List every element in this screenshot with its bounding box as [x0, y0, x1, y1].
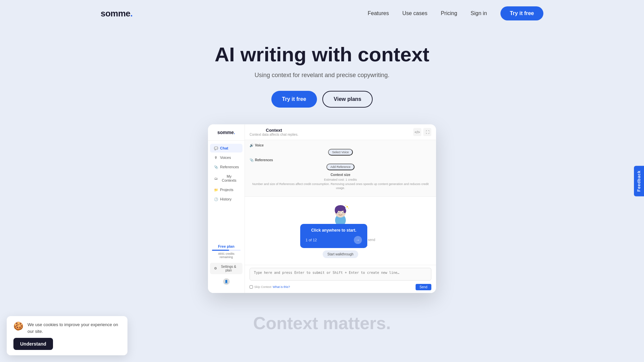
- sidebar-item-voices[interactable]: 🎙 Voices: [210, 153, 243, 162]
- start-walkthrough-button[interactable]: Start walkthrough: [323, 250, 358, 258]
- app-main-panel: Context Context data affects chat replie…: [245, 124, 436, 293]
- cookie-content: 🍪 We use cookies to improve your experie…: [13, 321, 121, 335]
- sidebar-user-avatar[interactable]: 👤: [223, 278, 230, 285]
- cookie-understand-button[interactable]: Understand: [13, 338, 53, 350]
- projects-icon: 📁: [214, 188, 218, 192]
- sidebar-logo: somme.: [208, 130, 245, 141]
- tooltip-next-button[interactable]: →: [354, 236, 362, 244]
- panel-title: Context: [250, 128, 298, 133]
- references-panel-icon: 📎: [250, 158, 254, 162]
- sidebar-item-chat[interactable]: 💬 Chat: [210, 144, 243, 153]
- cookie-emoji: 🍪: [13, 321, 23, 331]
- sidebar-item-history[interactable]: 🕐 History: [210, 195, 243, 203]
- references-label: 📎 References: [250, 158, 431, 162]
- tooltip-bubble[interactable]: Click anywhere to start. 1 of 12 →: [300, 224, 367, 248]
- chat-input-footer: Skip Context What is this? Send: [250, 284, 431, 290]
- plan-progress-bar: [212, 250, 240, 251]
- hero-section: AI writing with context Using context fo…: [0, 27, 644, 293]
- sidebar-plan: Free plan 4691 credits remaining: [208, 242, 245, 261]
- hero-buttons: Try it free View plans: [271, 91, 373, 108]
- hero-title: AI writing with context: [215, 44, 429, 66]
- logo-dot: .: [130, 8, 133, 18]
- skip-context-checkbox[interactable]: [250, 285, 253, 289]
- voice-label: 🔊 Voice: [250, 143, 431, 147]
- tooltip-footer: 1 of 12 →: [306, 236, 362, 244]
- tooltip-count: 1 of 12: [306, 238, 317, 242]
- skip-context-label: Skip Context What is this?: [250, 285, 290, 289]
- references-icon: 📎: [214, 165, 218, 169]
- voice-icon: 🔊: [250, 143, 254, 147]
- svg-point-9: [346, 206, 348, 207]
- logo[interactable]: somme.: [101, 8, 132, 19]
- context-size-label: Context size: [250, 173, 431, 177]
- nav-pricing[interactable]: Pricing: [441, 10, 457, 16]
- code-view-button[interactable]: </>: [413, 128, 421, 136]
- chat-input[interactable]: [250, 268, 431, 281]
- panel-actions: </> ⛶: [413, 128, 431, 136]
- plan-progress-fill: [212, 250, 229, 251]
- app-mockup: somme. 💬 Chat 🎙 Voices 📎 References 🗂 My…: [208, 124, 436, 293]
- sidebar-item-my-contexts[interactable]: 🗂 My Contexts: [210, 172, 243, 185]
- contexts-icon: 🗂: [214, 176, 218, 180]
- send-button[interactable]: Send: [416, 284, 431, 290]
- sidebar-item-references[interactable]: 📎 References: [210, 163, 243, 171]
- sidebar-item-projects[interactable]: 📁 Projects: [210, 185, 243, 194]
- chat-area[interactable]: Let's get you started Your context data …: [245, 197, 436, 265]
- skip-what-link[interactable]: What is this?: [273, 285, 290, 289]
- context-size-row: Context size Estimated cost: 1 credits N…: [250, 173, 431, 190]
- references-row: 📎 References Add Reference: [250, 158, 431, 170]
- hero-view-plans-button[interactable]: View plans: [322, 91, 373, 108]
- context-size-desc: Number and size of References affect cre…: [250, 182, 431, 190]
- expand-button[interactable]: ⛶: [423, 128, 431, 136]
- feedback-label[interactable]: Feedback: [634, 166, 644, 196]
- svg-point-4: [343, 208, 346, 213]
- voice-row: 🔊 Voice Select Voice: [250, 143, 431, 156]
- feedback-sidebar[interactable]: Feedback: [634, 166, 644, 196]
- nav-links: Features Use cases Pricing Sign in Try i…: [368, 6, 543, 20]
- select-voice-button[interactable]: Select Voice: [328, 149, 353, 156]
- navbar: somme. Features Use cases Pricing Sign i…: [0, 0, 644, 27]
- nav-try-free-button[interactable]: Try it free: [500, 6, 543, 20]
- hero-try-free-button[interactable]: Try it free: [271, 91, 317, 108]
- svg-point-7: [338, 212, 339, 213]
- nav-features[interactable]: Features: [368, 10, 389, 16]
- settings-icon: ⚙: [214, 266, 217, 270]
- context-panel: 🔊 Voice Select Voice 📎 References Add Re…: [245, 140, 436, 197]
- panel-header: Context Context data affects chat replie…: [245, 124, 436, 140]
- sidebar-settings[interactable]: ⚙ Settings & plan: [210, 263, 243, 274]
- panel-subtitle: Context data affects chat replies.: [250, 133, 298, 136]
- voices-icon: 🎙: [214, 156, 218, 160]
- cookie-text: We use cookies to improve your experienc…: [28, 321, 121, 335]
- cookie-banner: 🍪 We use cookies to improve your experie…: [7, 316, 127, 355]
- app-sidebar: somme. 💬 Chat 🎙 Voices 📎 References 🗂 My…: [208, 124, 245, 293]
- history-icon: 🕐: [214, 197, 218, 201]
- hero-subtitle: Using context for revelant and precise c…: [255, 72, 389, 79]
- tooltip-text: Click anywhere to start.: [306, 228, 362, 233]
- chat-icon: 💬: [214, 146, 218, 150]
- add-reference-button[interactable]: Add Reference: [326, 164, 355, 170]
- nav-signin[interactable]: Sign in: [471, 10, 487, 16]
- chat-input-area: Skip Context What is this? Send: [245, 265, 436, 293]
- svg-point-8: [342, 212, 343, 213]
- mascot: [330, 203, 351, 227]
- svg-point-10: [345, 205, 346, 206]
- svg-point-11: [348, 208, 349, 208]
- nav-use-cases[interactable]: Use cases: [402, 10, 427, 16]
- context-size-cost: Estimated cost: 1 credits: [250, 178, 431, 182]
- logo-text: somme: [101, 8, 130, 18]
- panel-header-left: Context Context data affects chat replie…: [250, 128, 298, 136]
